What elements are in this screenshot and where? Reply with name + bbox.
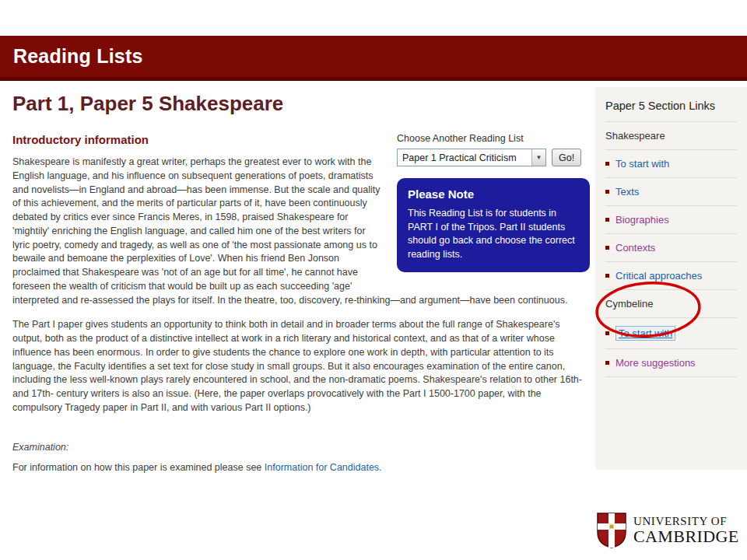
cambridge-logo-text: UNIVERSITY OF CAMBRIDGE [633,516,739,546]
sidebar-item-contexts[interactable]: Contexts [605,234,737,262]
logo-line-1: UNIVERSITY OF [633,516,739,528]
go-button[interactable]: Go! [552,149,581,166]
sidebar-link-more-suggestions[interactable]: More suggestions [615,357,696,369]
right-column: Choose Another Reading List Paper 1 Prac… [397,133,590,272]
reading-list-selected-value: Paper 1 Practical Criticism [402,152,517,163]
main-content: Part 1, Paper 5 Shakespeare Choose Anoth… [12,92,590,473]
sidebar-item-to-start-with[interactable]: To start with [605,150,737,178]
intro-paragraph-2: The Part I paper gives students an oppor… [12,318,590,415]
sidebar-link-contexts[interactable]: Contexts [615,242,655,254]
chevron-down-icon[interactable]: ▼ [531,149,545,166]
reading-list-picker-label: Choose Another Reading List [397,133,590,144]
bullet-icon [605,361,609,365]
sidebar-section-links: Paper 5 Section Links Shakespeare To sta… [595,87,747,470]
examination-label: Examination: [12,442,590,453]
page-root: Reading Lists Part 1, Paper 5 Shakespear… [0,0,747,560]
sidebar-title: Paper 5 Section Links [605,87,737,122]
reading-list-picker: Paper 1 Practical Criticism ▼ Go! [397,149,590,166]
bullet-icon [605,162,609,166]
logo-line-2: CAMBRIDGE [633,527,739,545]
sidebar-heading-shakespeare: Shakespeare [605,122,737,150]
sidebar-heading-cymbeline: Cymbeline [605,290,737,318]
sidebar-item-cymbeline-to-start-with[interactable]: To start with [605,318,737,349]
examination-text: For information on how this paper is exa… [12,462,265,473]
sidebar-link-cymbeline-to-start-with[interactable]: To start with [615,326,675,341]
cambridge-shield-icon [596,512,627,549]
app-header: Reading Lists [0,36,747,81]
note-title: Please Note [408,187,579,201]
information-for-candidates-link[interactable]: Information for Candidates. [265,462,382,473]
sidebar-item-biographies[interactable]: Biographies [605,206,737,234]
bullet-icon [605,246,609,250]
app-title: Reading Lists [0,45,143,68]
please-note-box: Please Note This Reading List is for stu… [397,178,590,272]
bullet-icon [605,274,609,278]
sidebar-link-biographies[interactable]: Biographies [615,214,669,226]
page-title: Part 1, Paper 5 Shakespeare [12,92,590,116]
bullet-icon [605,331,609,335]
cambridge-logo: UNIVERSITY OF CAMBRIDGE [596,512,739,549]
sidebar-link-critical-approaches[interactable]: Critical approaches [615,270,702,282]
reading-list-select[interactable]: Paper 1 Practical Criticism ▼ [397,149,546,166]
bullet-icon [605,218,609,222]
sidebar-item-more-suggestions[interactable]: More suggestions [605,349,737,377]
examination-line: For information on how this paper is exa… [12,462,590,473]
sidebar-link-texts[interactable]: Texts [615,186,639,198]
note-text: This Reading List is for students in PAR… [408,207,579,261]
sidebar-item-texts[interactable]: Texts [605,178,737,206]
sidebar-link-to-start-with[interactable]: To start with [615,158,669,170]
bullet-icon [605,190,609,194]
sidebar-item-critical-approaches[interactable]: Critical approaches [605,262,737,290]
